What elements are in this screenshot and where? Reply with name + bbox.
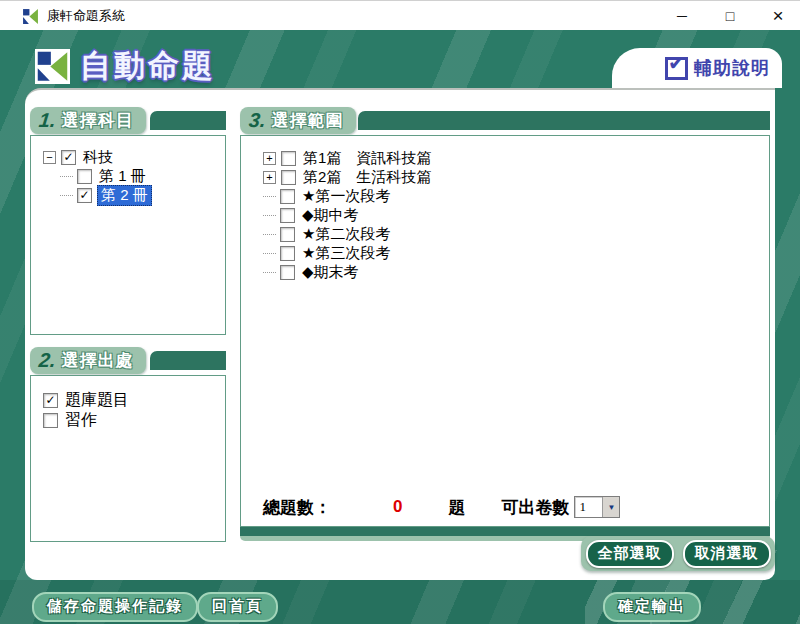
app-background: 自動命題 輔助說明 1. 選擇科目 − 科技: [0, 30, 800, 624]
papers-count-value: 1: [575, 497, 602, 517]
tree-connector: [263, 196, 276, 197]
subject-tree-box: − 科技 第 1 冊 第 2 冊: [30, 135, 226, 335]
select-all-button[interactable]: 全部選取: [586, 540, 674, 568]
tree-item-exam1[interactable]: ★第一次段考: [263, 187, 769, 206]
option-label: 習作: [63, 410, 99, 431]
unit-label: 題: [448, 496, 465, 519]
panel-source-header: 2. 選擇出處: [30, 347, 226, 374]
expand-icon[interactable]: +: [263, 171, 276, 184]
page-title: 自動命題: [80, 45, 216, 87]
checkbox-unchecked[interactable]: [280, 246, 295, 261]
checkbox-unchecked[interactable]: [77, 169, 92, 184]
range-tree-box: + 第1篇 資訊科技篇 + 第2篇 生活科技篇 ★第一次段考: [240, 135, 770, 527]
tree-item-book2[interactable]: 第 2 冊: [60, 186, 225, 205]
title-bar: 康軒命題系統 ─ □ ×: [0, 0, 800, 31]
tree-item-unit1[interactable]: + 第1篇 資訊科技篇: [263, 149, 769, 168]
tree-item-label: 科技: [81, 148, 115, 167]
checkbox-checked[interactable]: [43, 393, 58, 408]
papers-count-select[interactable]: 1 ▼: [574, 496, 620, 518]
tree-item-label: 第1篇 資訊科技篇: [301, 149, 433, 168]
panel-number: 3.: [248, 109, 267, 132]
brand-banner: 自動命題: [35, 45, 216, 87]
panel-subject-header: 1. 選擇科目: [30, 107, 226, 134]
tree-connector: [263, 272, 276, 273]
tree-item-label: ★第二次段考: [300, 225, 392, 244]
tree-item-midterm[interactable]: ◆期中考: [263, 206, 769, 225]
app-window: 康軒命題系統 ─ □ × 自動命題 輔助說明: [0, 0, 800, 624]
tree-item-final[interactable]: ◆期末考: [263, 263, 769, 282]
home-button[interactable]: 回首頁: [197, 592, 278, 622]
deselect-button[interactable]: 取消選取: [683, 540, 771, 568]
tree-item-label-selected: 第 2 冊: [97, 185, 152, 206]
app-logo-icon: [22, 8, 39, 25]
help-button[interactable]: 輔助說明: [612, 48, 782, 88]
panel-range-tab: 3. 選擇範圍: [240, 107, 356, 134]
tree-item-unit2[interactable]: + 第2篇 生活科技篇: [263, 168, 769, 187]
checkbox-unchecked[interactable]: [280, 227, 295, 242]
panel-header-bar: [358, 111, 770, 130]
selection-buttons-tab: 全部選取 取消選取: [581, 536, 775, 571]
tree-connector: [263, 253, 276, 254]
panel-number: 2.: [38, 349, 57, 372]
help-label: 輔助說明: [694, 56, 770, 80]
option-question-bank[interactable]: 題庫題目: [43, 390, 225, 410]
papers-label: 可出卷數: [501, 496, 569, 519]
checkbox-unchecked[interactable]: [281, 170, 296, 185]
total-label: 總題數：: [263, 496, 331, 519]
panel-title: 選擇出處: [62, 349, 134, 372]
checkbox-unchecked[interactable]: [280, 189, 295, 204]
tree-item-label: ◆期末考: [300, 263, 361, 282]
window-title: 康軒命題系統: [47, 7, 125, 25]
expand-icon[interactable]: +: [263, 152, 276, 165]
tree-item-subject[interactable]: − 科技: [43, 148, 225, 167]
panel-header-bar: [150, 111, 226, 130]
panel-footer-bar: [240, 527, 770, 536]
checkbox-unchecked[interactable]: [280, 265, 295, 280]
tree-connector: [263, 234, 276, 235]
source-options-box: 題庫題目 習作: [30, 375, 226, 542]
tree-item-label: 第 1 冊: [97, 167, 148, 186]
brand-logo-icon: [35, 49, 70, 84]
panel-subject-tab: 1. 選擇科目: [30, 107, 146, 134]
checkbox-unchecked[interactable]: [281, 151, 296, 166]
panel-header-bar: [150, 351, 226, 370]
tree-item-label: 第2篇 生活科技篇: [301, 168, 433, 187]
minimize-button[interactable]: ─: [670, 4, 694, 28]
maximize-button[interactable]: □: [718, 4, 742, 28]
tree-connector: [60, 176, 73, 177]
chevron-down-icon[interactable]: ▼: [602, 497, 619, 517]
panel-title: 選擇科目: [62, 109, 134, 132]
panel-source-tab: 2. 選擇出處: [30, 347, 146, 374]
checkbox-unchecked[interactable]: [280, 208, 295, 223]
tree-item-exam2[interactable]: ★第二次段考: [263, 225, 769, 244]
panel-number: 1.: [38, 109, 57, 132]
tree-item-label: ★第三次段考: [300, 244, 392, 263]
option-workbook[interactable]: 習作: [43, 410, 225, 430]
close-button[interactable]: ×: [766, 4, 790, 28]
panel-title: 選擇範圍: [272, 109, 344, 132]
confirm-output-button[interactable]: 確定輸出: [603, 592, 701, 622]
tree-item-exam3[interactable]: ★第三次段考: [263, 244, 769, 263]
tree-connector: [263, 215, 276, 216]
main-content: 1. 選擇科目 − 科技 第 1 冊 第 2 冊: [25, 88, 775, 580]
checkbox-checked[interactable]: [77, 188, 92, 203]
option-label: 題庫題目: [63, 390, 131, 411]
summary-row: 總題數： 0 題 可出卷數 1 ▼: [241, 495, 769, 519]
tree-item-label: ★第一次段考: [300, 187, 392, 206]
check-pen-icon: [665, 57, 688, 80]
footer-toolbar: 儲存命題操作記錄 回首頁 確定輸出: [0, 580, 800, 624]
panel-range-header: 3. 選擇範圍: [240, 107, 770, 134]
checkbox-unchecked[interactable]: [43, 413, 58, 428]
checkbox-checked[interactable]: [61, 150, 76, 165]
tree-connector: [60, 195, 73, 196]
collapse-icon[interactable]: −: [43, 151, 56, 164]
total-value: 0: [393, 497, 402, 517]
save-record-button[interactable]: 儲存命題操作記錄: [32, 592, 198, 622]
tree-item-label: ◆期中考: [300, 206, 361, 225]
tree-item-book1[interactable]: 第 1 冊: [60, 167, 225, 186]
